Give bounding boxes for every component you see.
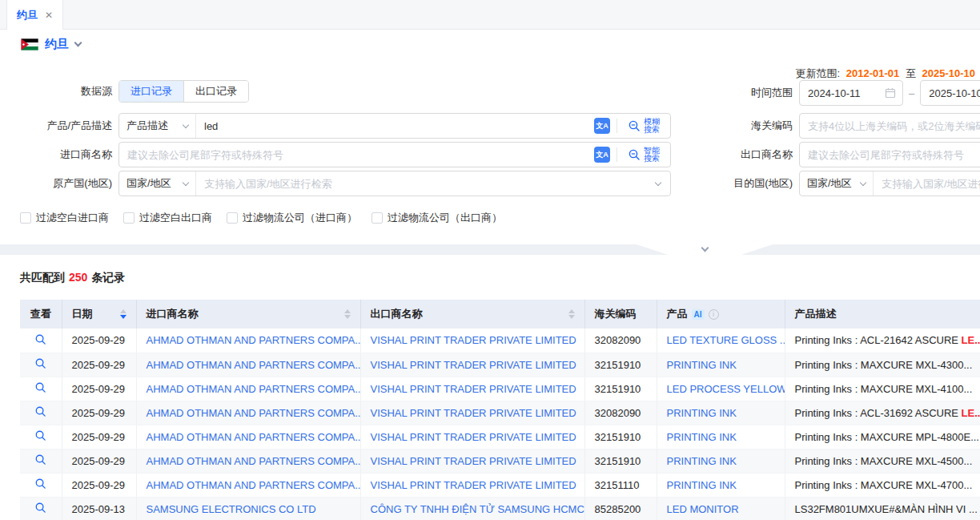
fuzzy-search-button[interactable]: 模糊搜索: [617, 114, 670, 138]
jordan-flag-icon: [21, 38, 38, 50]
tab-bar: 约旦 ✕: [0, 0, 980, 30]
data-source-toggle: 进口记录 出口记录: [118, 80, 249, 103]
destination-country-select[interactable]: 国家/地区: [800, 171, 874, 196]
tab-jordan[interactable]: 约旦 ✕: [6, 0, 63, 30]
view-record-button[interactable]: [20, 497, 62, 520]
view-record-button[interactable]: [20, 425, 62, 449]
chevron-down-icon: [860, 179, 866, 186]
smart-search-button[interactable]: 智能搜索: [617, 143, 670, 167]
exporter-link[interactable]: VISHAL PRINT TRADER PRIVATE LIMITED: [360, 449, 584, 473]
product-link[interactable]: PRINTING INK: [657, 353, 785, 377]
translate-icon[interactable]: 文A: [594, 147, 610, 163]
column-header-date[interactable]: 日期: [62, 300, 136, 329]
search-icon: [628, 148, 641, 161]
country-name: 约旦: [45, 37, 69, 52]
importer-link[interactable]: AHMAD OTHMAN AND PARTNERS COMPA...: [136, 425, 360, 449]
product-type-select[interactable]: 产品描述: [119, 114, 196, 138]
exporter-link[interactable]: VISHAL PRINT TRADER PRIVATE LIMITED: [360, 353, 584, 377]
results-count: 250: [69, 271, 87, 284]
update-range-label: 更新范围:: [796, 67, 841, 79]
checkbox-filter-blank-exporter[interactable]: 过滤空白出口商: [123, 211, 212, 225]
view-record-button[interactable]: [20, 353, 62, 377]
view-record-button[interactable]: [20, 401, 62, 425]
exporter-link[interactable]: VISHAL PRINT TRADER PRIVATE LIMITED: [360, 425, 584, 449]
view-record-button[interactable]: [20, 473, 62, 497]
importer-link[interactable]: AHMAD OTHMAN AND PARTNERS COMPA...: [136, 329, 360, 353]
product-link[interactable]: PRINTING INK: [657, 425, 785, 449]
hs-code-cell: 32151910: [584, 425, 657, 449]
exporter-link[interactable]: VISHAL PRINT TRADER PRIVATE LIMITED: [360, 377, 584, 401]
view-record-button[interactable]: [20, 329, 62, 353]
importer-link[interactable]: AHMAD OTHMAN AND PARTNERS COMPA...: [136, 473, 360, 497]
exporter-link[interactable]: VISHAL PRINT TRADER PRIVATE LIMITED: [360, 473, 584, 497]
destination-country-input[interactable]: [874, 171, 980, 196]
date-cell: 2025-09-29: [62, 425, 136, 449]
exporter-fieldbox: [799, 142, 980, 167]
origin-country-select[interactable]: 国家/地区: [119, 171, 196, 196]
table-body: 2025-09-29AHMAD OTHMAN AND PARTNERS COMP…: [20, 329, 980, 520]
product-link[interactable]: PRINTING INK: [657, 449, 785, 473]
origin-country-input[interactable]: [196, 171, 656, 196]
ai-badge: AI: [692, 309, 705, 320]
update-range-to: 至: [906, 67, 916, 79]
date-cell: 2025-09-13: [62, 497, 136, 520]
tab-close-icon[interactable]: ✕: [45, 10, 53, 21]
end-date-field[interactable]: [920, 80, 980, 106]
importer-link[interactable]: AHMAD OTHMAN AND PARTNERS COMPA...: [136, 353, 360, 377]
results-table: 查看 日期 进口商名称 出口商名称 海关编码 产品: [20, 300, 980, 520]
importer-link[interactable]: AHMAD OTHMAN AND PARTNERS COMPA...: [136, 401, 360, 425]
checkbox-icon[interactable]: [227, 212, 238, 224]
chevron-down-icon: [183, 179, 189, 186]
view-record-button[interactable]: [20, 449, 62, 473]
country-header[interactable]: 约旦: [21, 37, 81, 52]
table-header-row: 查看 日期 进口商名称 出口商名称 海关编码 产品: [20, 300, 980, 329]
destination-fieldbox: 国家/地区: [799, 171, 980, 196]
column-header-importer[interactable]: 进口商名称: [136, 300, 360, 329]
update-range: 更新范围: 2012-01-01 至 2025-10-10: [796, 67, 979, 81]
chevron-down-icon: [655, 179, 661, 186]
checkbox-filter-logistics-exporter[interactable]: 过滤物流公司（出口商）: [372, 211, 502, 225]
checkbox-filter-logistics-importer[interactable]: 过滤物流公司（进口商）: [227, 211, 357, 225]
hs-code-input[interactable]: [800, 114, 980, 138]
checkbox-filter-blank-importer[interactable]: 过滤空白进口商: [20, 211, 109, 225]
importer-link[interactable]: SAMSUNG ELECTRONICS CO LTD: [136, 497, 360, 520]
hs-code-cell: 32082090: [584, 329, 657, 353]
sort-icon-importer[interactable]: [344, 309, 351, 319]
exporter-link[interactable]: VISHAL PRINT TRADER PRIVATE LIMITED: [360, 401, 584, 425]
checkbox-icon[interactable]: [372, 212, 383, 224]
sort-icon-date[interactable]: [120, 309, 127, 319]
product-link[interactable]: LED PROCESS YELLOW...: [657, 377, 785, 401]
product-link[interactable]: PRINTING INK: [657, 473, 785, 497]
translate-icon[interactable]: 文A: [594, 118, 610, 134]
chevron-down-icon: [701, 244, 709, 252]
checkbox-icon[interactable]: [123, 212, 135, 224]
table-row: 2025-09-29AHMAD OTHMAN AND PARTNERS COMP…: [20, 473, 980, 497]
product-search-input[interactable]: [196, 114, 594, 138]
importer-link[interactable]: AHMAD OTHMAN AND PARTNERS COMPA...: [136, 449, 360, 473]
column-header-product: 产品 AI i: [657, 300, 785, 329]
origin-fieldbox: 国家/地区: [118, 171, 671, 196]
product-link[interactable]: PRINTING INK: [657, 401, 785, 425]
start-date-field[interactable]: [799, 80, 903, 106]
sort-icon-exporter[interactable]: [568, 309, 575, 319]
start-date-input[interactable]: [800, 81, 885, 105]
exporter-name-input[interactable]: [800, 143, 980, 167]
chevron-down-icon: [183, 122, 189, 128]
importer-link[interactable]: AHMAD OTHMAN AND PARTNERS COMPA...: [136, 377, 360, 401]
info-icon[interactable]: i: [709, 309, 719, 320]
view-record-button[interactable]: [20, 377, 62, 401]
import-records-tab[interactable]: 进口记录: [119, 81, 183, 102]
exporter-link[interactable]: VISHAL PRINT TRADER PRIVATE LIMITED: [360, 329, 584, 353]
exporter-link[interactable]: CÔNG TY TNHH ĐIỆN TỬ SAMSUNG HCMC...: [360, 497, 584, 520]
product-link[interactable]: LED TEXTURE GLOSS ...: [657, 329, 785, 353]
table-row: 2025-09-29AHMAD OTHMAN AND PARTNERS COMP…: [20, 353, 980, 377]
product-link[interactable]: LED MONITOR: [657, 497, 785, 520]
table-row: 2025-09-29AHMAD OTHMAN AND PARTNERS COMP…: [20, 449, 980, 473]
description-cell: Printing Inks : MAXCURE MXL-4300...: [785, 353, 980, 377]
description-cell: Printing Inks : ACL-21642 ASCURE LE...: [785, 329, 980, 353]
end-date-input[interactable]: [921, 81, 980, 105]
export-records-tab[interactable]: 出口记录: [183, 81, 248, 102]
column-header-exporter[interactable]: 出口商名称: [360, 300, 584, 329]
importer-name-input[interactable]: [119, 143, 594, 167]
checkbox-icon[interactable]: [20, 212, 31, 224]
